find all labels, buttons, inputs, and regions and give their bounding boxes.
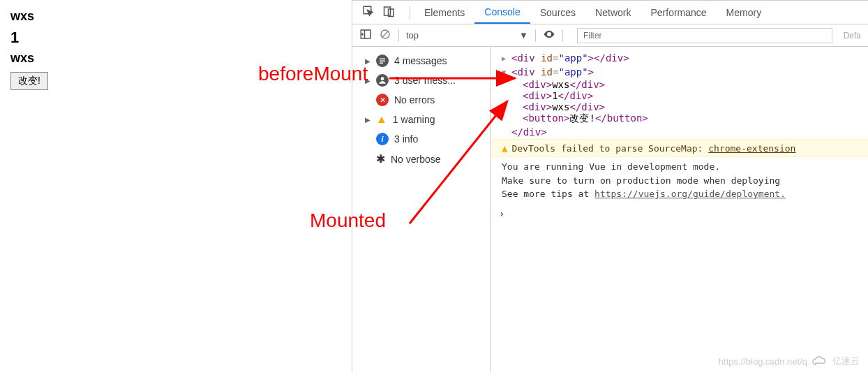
sidebar-verbose[interactable]: ✱No verbose — [352, 149, 490, 169]
console-prompt[interactable]: › — [491, 204, 868, 224]
collapse-icon[interactable]: ▼ — [502, 66, 509, 76]
tab-console[interactable]: Console — [474, 1, 530, 24]
eye-icon[interactable] — [543, 28, 555, 43]
tab-memory[interactable]: Memory — [717, 1, 772, 24]
tab-network[interactable]: Network — [585, 1, 641, 24]
warning-line: ▲ DevTools failed to parse SourceMap: ch… — [491, 139, 868, 157]
svg-line-6 — [382, 31, 389, 38]
page-content: wxs 1 wxs 改变! — [0, 0, 352, 373]
sidebar-errors[interactable]: ✕No errors — [352, 90, 490, 110]
context-selector[interactable]: top ▼ — [406, 30, 528, 41]
svg-rect-9 — [380, 61, 385, 62]
vue-dev-message: You are running Vue in development mode.… — [491, 157, 868, 204]
tab-sources[interactable]: Sources — [530, 1, 585, 24]
sidebar-user-messages[interactable]: ▶3 user mess... — [352, 71, 490, 90]
user-icon — [376, 74, 389, 87]
sidebar-warnings[interactable]: ▶▲1 warning — [352, 110, 490, 129]
sidebar-toggle-icon[interactable] — [359, 28, 372, 43]
expand-icon[interactable]: ▶ — [502, 52, 509, 62]
log-child-2: <div>1</div> — [491, 90, 868, 101]
sidebar-info[interactable]: i3 info — [352, 129, 490, 149]
page-text-1: wxs — [10, 7, 341, 26]
console-sidebar: ▶4 messages ▶3 user mess... ✕No errors ▶… — [352, 47, 491, 373]
log-line-2: ▼ <div id="app"> — [491, 65, 868, 79]
page-text-3: wxs — [10, 49, 341, 68]
levels-label[interactable]: Defa — [844, 31, 861, 41]
watermark: https://blog.csdn.net/q 亿速云 — [719, 355, 860, 367]
log-line-1: ▶ <div id="app"></div> — [491, 51, 868, 65]
log-child-1: <div>wxs</div> — [491, 79, 868, 90]
sidebar-messages[interactable]: ▶4 messages — [352, 51, 490, 71]
warning-icon: ▲ — [502, 142, 507, 154]
device-toggle-icon[interactable] — [383, 5, 396, 20]
page-text-2: 1 — [10, 26, 341, 49]
warning-icon: ▲ — [376, 113, 387, 126]
clear-console-icon[interactable] — [379, 28, 391, 43]
log-close: </div> — [491, 125, 868, 139]
filter-input[interactable] — [577, 28, 832, 43]
chevron-down-icon: ▼ — [519, 30, 528, 41]
tab-elements[interactable]: Elements — [414, 1, 474, 24]
cloud-icon — [811, 356, 828, 367]
devtools-tabs: Elements Console Sources Network Perform… — [352, 1, 868, 24]
tab-performance[interactable]: Performance — [641, 1, 716, 24]
vue-guide-link[interactable]: https://vuejs.org/guide/deployment. — [594, 189, 786, 199]
console-toolbar: top ▼ Defa — [352, 24, 868, 47]
info-icon: i — [376, 133, 389, 145]
log-child-3: <div>wxs</div> — [491, 101, 868, 112]
change-button[interactable]: 改变! — [10, 72, 48, 90]
messages-icon — [376, 54, 389, 67]
svg-point-7 — [548, 34, 550, 36]
sourcemap-link[interactable]: chrome-extension — [708, 143, 795, 154]
svg-rect-1 — [384, 7, 391, 15]
svg-point-11 — [381, 77, 384, 80]
console-output: ▶ <div id="app"></div> ▼ <div id="app"> … — [491, 47, 868, 373]
svg-rect-8 — [380, 59, 385, 60]
inspect-icon[interactable] — [362, 5, 375, 20]
error-icon: ✕ — [376, 94, 389, 106]
verbose-icon: ✱ — [376, 152, 385, 166]
log-child-4: <button>改变!</button> — [491, 112, 868, 125]
devtools-panel: Elements Console Sources Network Perform… — [352, 0, 868, 373]
svg-rect-10 — [380, 63, 383, 64]
